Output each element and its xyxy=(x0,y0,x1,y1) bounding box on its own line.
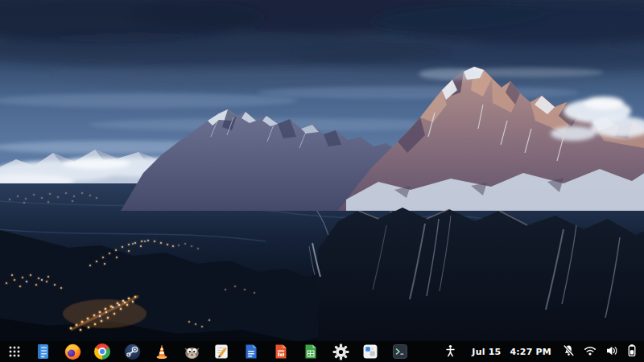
notifications-button[interactable] xyxy=(563,343,575,360)
app-libreoffice-calc[interactable] xyxy=(302,343,320,360)
writer-document-icon xyxy=(243,343,259,360)
taskbar: Jul 15 4:27 PM xyxy=(0,341,644,362)
steam-icon xyxy=(124,343,141,360)
volume-icon xyxy=(605,345,618,359)
clock[interactable]: Jul 15 4:27 PM xyxy=(472,347,551,357)
wifi-icon xyxy=(584,345,597,359)
volume-button[interactable] xyxy=(605,343,618,360)
app-text-editor[interactable] xyxy=(213,343,230,360)
date-label: Jul 15 xyxy=(472,347,501,357)
app-software-store[interactable] xyxy=(361,343,379,360)
gear-icon xyxy=(332,343,349,360)
desktop: Jul 15 4:27 PM xyxy=(0,0,644,362)
taskbar-status-area: Jul 15 4:27 PM xyxy=(444,343,637,360)
bell-slash-icon xyxy=(563,344,575,360)
calc-document-icon xyxy=(303,343,319,360)
files-icon xyxy=(35,343,51,360)
app-gimp[interactable] xyxy=(183,343,200,360)
app-libreoffice-writer[interactable] xyxy=(242,343,260,360)
wallpaper-mountain-night xyxy=(0,0,644,362)
vlc-cone-icon xyxy=(154,343,170,360)
battery-icon xyxy=(627,343,637,360)
app-libreoffice-impress[interactable] xyxy=(272,343,290,360)
software-icon xyxy=(362,343,378,360)
accessibility-menu-button[interactable] xyxy=(444,343,456,360)
app-terminal[interactable] xyxy=(391,343,409,360)
accessibility-icon xyxy=(444,344,456,360)
apps-grid-icon xyxy=(8,345,21,358)
app-chrome[interactable] xyxy=(93,343,111,360)
chrome-icon xyxy=(94,343,110,360)
gimp-wilber-icon xyxy=(184,343,200,360)
taskbar-app-icons xyxy=(7,343,409,360)
firefox-icon xyxy=(64,343,81,360)
wifi-button[interactable] xyxy=(584,343,597,360)
app-settings[interactable] xyxy=(332,343,349,360)
impress-document-icon xyxy=(273,343,289,360)
terminal-icon xyxy=(392,343,408,360)
app-files[interactable] xyxy=(34,343,52,360)
app-firefox[interactable] xyxy=(64,343,81,360)
time-label: 4:27 PM xyxy=(510,347,551,357)
app-vlc[interactable] xyxy=(153,343,171,360)
text-editor-pencil-icon xyxy=(213,343,229,360)
app-steam[interactable] xyxy=(123,343,141,360)
battery-button[interactable] xyxy=(627,343,637,360)
app-launcher-button[interactable] xyxy=(7,343,22,360)
